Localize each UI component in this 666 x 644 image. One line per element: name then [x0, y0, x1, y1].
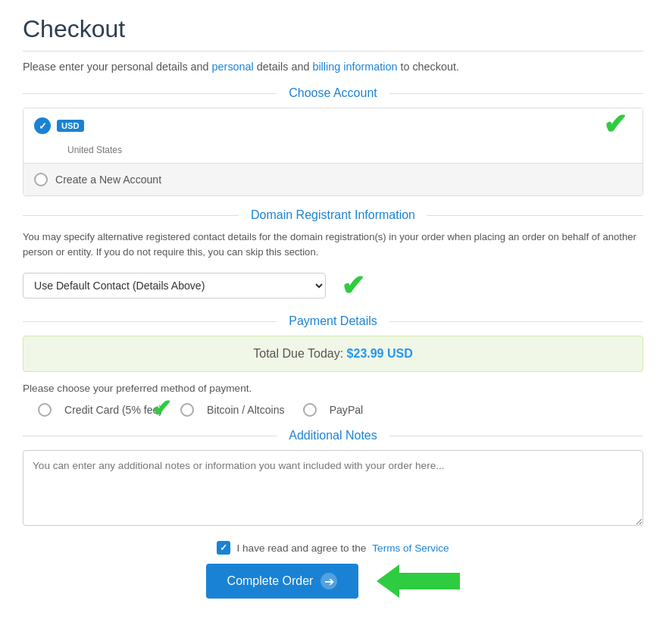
credit-card-radio[interactable]	[38, 403, 52, 417]
additional-notes-title: Additional Notes	[277, 429, 389, 442]
total-label: Total Due Today:	[253, 347, 343, 360]
complete-order-wrap: Complete Order ➔	[23, 564, 643, 599]
paypal-label: PayPal	[330, 404, 364, 416]
intro-text: Please enter your personal details and p…	[23, 61, 643, 73]
payment-details-header: Payment Details	[23, 314, 643, 328]
payment-option-paypal[interactable]: PayPal	[303, 403, 364, 417]
account-country-label: United States	[23, 143, 643, 163]
green-arrow-body	[399, 573, 460, 589]
domain-registrant-header: Domain Registrant Information	[23, 208, 643, 222]
green-arrow-triangle	[377, 564, 399, 598]
paypal-radio[interactable]	[303, 403, 317, 417]
total-due-box: Total Due Today: $23.99 USD	[23, 336, 643, 372]
complete-order-button[interactable]: Complete Order ➔	[206, 564, 359, 599]
contact-dropdown[interactable]: Use Default Contact (Details Above)	[23, 273, 326, 299]
bitcoin-radio[interactable]	[180, 403, 194, 417]
choose-account-title: Choose Account	[277, 86, 389, 100]
payment-option-credit[interactable]: Credit Card (5% fee)	[38, 403, 162, 417]
tos-label: I have read and agree to the	[236, 542, 366, 554]
intro-link-billing[interactable]: billing information	[312, 61, 397, 73]
choose-account-header: Choose Account	[23, 86, 643, 100]
intro-link-personal[interactable]: personal	[212, 61, 254, 73]
domain-registrant-title: Domain Registrant Information	[239, 208, 427, 222]
complete-order-arrow-icon: ➔	[320, 573, 337, 589]
create-account-label: Create a New Account	[55, 174, 161, 186]
additional-notes-textarea[interactable]	[23, 450, 643, 526]
bitcoin-bigcheck-icon: ✔	[152, 394, 172, 423]
credit-card-label: Credit Card (5% fee)	[64, 404, 162, 416]
tos-row: I have read and agree to the Terms of Se…	[23, 541, 643, 555]
page-title: Checkout	[23, 15, 643, 52]
account-box: USD ✔ United States Create a New Account	[23, 108, 643, 196]
payment-option-bitcoin[interactable]: Bitcoin / Altcoins	[180, 403, 285, 417]
account-option-usd[interactable]: USD ✔	[23, 108, 643, 143]
domain-bigcheck-icon: ✔	[341, 268, 365, 302]
account-selected-check	[34, 117, 51, 134]
usd-badge: USD	[57, 120, 84, 132]
contact-select-wrap: Use Default Contact (Details Above) ✔	[23, 268, 643, 302]
bitcoin-label: Bitcoin / Altcoins	[207, 404, 285, 416]
tos-link[interactable]: Terms of Service	[372, 542, 449, 554]
payment-details-title: Payment Details	[277, 314, 389, 328]
create-new-account-option[interactable]: Create a New Account	[23, 163, 643, 195]
additional-notes-header: Additional Notes	[23, 429, 643, 442]
payment-method-desc: Please choose your preferred method of p…	[23, 383, 643, 394]
green-arrow	[377, 564, 460, 598]
total-amount: $23.99 USD	[347, 347, 413, 360]
domain-registrant-desc: You may specify alternative registered c…	[23, 230, 643, 259]
account-bigcheck-icon: ✔	[603, 110, 627, 139]
complete-order-label: Complete Order	[227, 574, 314, 588]
payment-options: Credit Card (5% fee) ✔ Bitcoin / Altcoin…	[23, 403, 643, 417]
tos-checkbox[interactable]	[217, 541, 230, 555]
create-account-radio[interactable]	[34, 173, 48, 186]
